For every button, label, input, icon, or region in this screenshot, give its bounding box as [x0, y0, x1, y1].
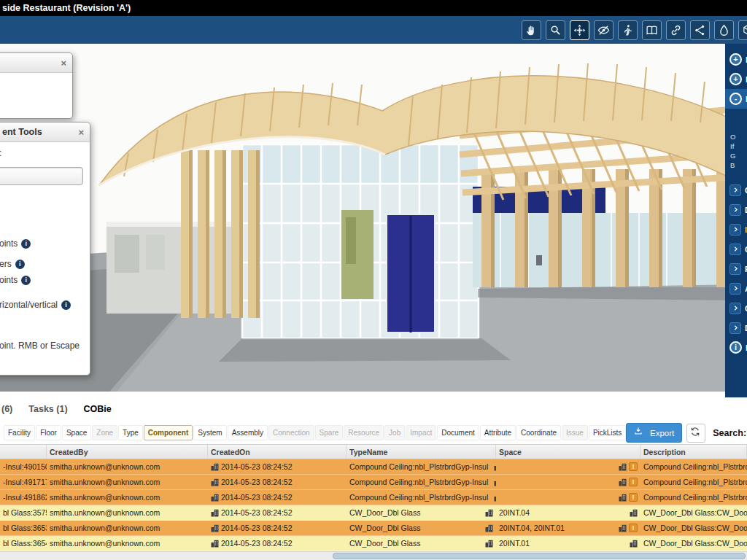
cobie-sheet-tab-assembly[interactable]: Assembly: [228, 425, 268, 440]
table-row[interactable]: -Insul:491862smitha.unknown@unknown.com2…: [0, 490, 747, 505]
sidebar-item-G[interactable]: G: [725, 298, 747, 318]
circle-icon: i: [729, 341, 742, 354]
table-row[interactable]: bl Glass:365417smitha.unknown@unknown.co…: [0, 536, 747, 551]
measure-option[interactable]: ersi: [0, 259, 25, 269]
cobie-sheet-tab-picklists[interactable]: PickLists: [589, 425, 626, 440]
chevron-right-icon: [729, 204, 741, 216]
measure-option[interactable]: ointsi: [0, 275, 31, 285]
toolbar-button-pan[interactable]: [522, 20, 541, 40]
cell-space: !: [496, 490, 640, 505]
cobie-sheet-tab-document[interactable]: Document: [437, 425, 479, 440]
cobie-sheet-tab-facility[interactable]: Facility: [4, 425, 35, 440]
tab-first[interactable]: (6): [1, 404, 12, 414]
column-header[interactable]: CreatedBy: [47, 445, 208, 459]
cobie-sheet-tab-coordinate[interactable]: Coordinate: [516, 425, 561, 440]
model-viewport[interactable]: [0, 44, 747, 392]
column-header[interactable]: Space: [496, 445, 640, 459]
type-name-text: CW_Door_Dbl Glass: [349, 524, 420, 532]
toolbar-button-zoom[interactable]: [546, 20, 565, 40]
cobie-sheet-tab-job[interactable]: Job: [384, 425, 405, 440]
export-button[interactable]: Export: [626, 423, 682, 443]
space-text: 20INT.04: [499, 508, 530, 517]
info-icon[interactable]: i: [21, 239, 31, 249]
sidebar-item-A[interactable]: A: [725, 279, 747, 298]
cobie-sheet-tab-spare[interactable]: Spare: [315, 425, 344, 440]
toolbar-button-look-around[interactable]: [594, 20, 614, 40]
cobie-sheet-tab-issue[interactable]: Issue: [562, 425, 588, 440]
tab-cobie[interactable]: COBie: [84, 404, 112, 414]
toolbar-button-map-view[interactable]: [642, 20, 662, 40]
right-sidebar: +N+P-IOIfGBGDIGPAGDiL: [725, 44, 747, 397]
cobie-sheet-tabs: FacilityFloorSpaceZoneTypeComponentSyste…: [4, 425, 627, 440]
measure-option[interactable]: ointsi: [0, 238, 31, 249]
sidebar-item-I[interactable]: I: [725, 219, 747, 239]
panel-header[interactable]: ×: [0, 53, 72, 73]
toolbar-button-walk[interactable]: [618, 20, 638, 40]
close-icon[interactable]: ×: [78, 122, 84, 142]
cobie-sheet-tab-space[interactable]: Space: [62, 425, 91, 440]
left-building[interactable]: [107, 222, 252, 314]
cell-createdby: smitha.unknown@unknown.com: [47, 536, 208, 551]
cobie-sheet-tab-attribute[interactable]: Attribute: [480, 425, 516, 440]
glass-pavilion[interactable]: [242, 144, 479, 338]
cobie-sheet-tab-zone[interactable]: Zone: [92, 425, 117, 440]
dialog-title: ent Tools: [0, 127, 42, 137]
blue-doors[interactable]: [387, 214, 435, 332]
cobie-sheet-tab-system[interactable]: System: [193, 425, 226, 440]
sidebar-item-N[interactable]: +N: [725, 50, 747, 69]
info-icon[interactable]: i: [61, 300, 71, 310]
cobie-sheet-tab-impact[interactable]: Impact: [406, 425, 436, 440]
sidebar-sub-option[interactable]: B: [725, 160, 747, 170]
bottom-panel: (6) Tasks (1) COBie FacilityFloorSpaceZo…: [0, 397, 747, 551]
sidebar-sub-option[interactable]: If: [725, 141, 747, 151]
cell-createdby: smitha.unknown@unknown.com: [47, 490, 208, 505]
column-header[interactable]: Description: [640, 445, 747, 459]
cobie-sheet-tab-floor[interactable]: Floor: [36, 425, 61, 440]
horizontal-scrollbar[interactable]: [0, 551, 747, 560]
sidebar-item-D[interactable]: D: [725, 318, 747, 338]
measure-option[interactable]: rizontal/verticali: [0, 300, 71, 310]
building-shadow: [219, 338, 511, 362]
sidebar-item-P[interactable]: +P: [725, 69, 747, 89]
download-icon: [634, 427, 646, 439]
3d-model-canvas[interactable]: [0, 44, 747, 392]
column-header[interactable]: TypeName: [347, 445, 496, 459]
table-row[interactable]: -Insul:491717smitha.unknown@unknown.com2…: [0, 475, 747, 490]
sidebar-sub-option[interactable]: G: [725, 151, 747, 160]
sidebar-item-I[interactable]: -I: [725, 89, 747, 109]
toolbar-button-link[interactable]: [666, 20, 686, 40]
table-row[interactable]: bl Glass:357512smitha.unknown@unknown.co…: [0, 505, 747, 521]
info-icon[interactable]: i: [15, 260, 25, 269]
column-header[interactable]: CreatedOn: [208, 445, 347, 459]
floating-panel[interactable]: ×: [0, 52, 73, 119]
cobie-sheet-tab-connection[interactable]: Connection: [268, 425, 314, 440]
sidebar-item-D[interactable]: D: [725, 200, 747, 219]
close-icon[interactable]: ×: [61, 53, 66, 73]
column-header[interactable]: [0, 445, 47, 459]
toolbar-button-share[interactable]: [690, 20, 710, 40]
type-name-text: Compound Ceiling:nbl_PlstrbrdGyp-Insul: [349, 493, 488, 502]
sidebar-sub-option[interactable]: O: [725, 132, 747, 141]
tab-tasks[interactable]: Tasks (1): [28, 404, 67, 414]
cobie-sheet-tab-component[interactable]: Component: [144, 425, 193, 440]
sidebar-item-P[interactable]: P: [725, 259, 747, 279]
refresh-button[interactable]: [686, 424, 705, 443]
toolbar-button-orbit[interactable]: [570, 20, 589, 40]
type-name-text: Compound Ceiling:nbl_PlstrbrdGyp-Insul: [349, 462, 488, 471]
table-row[interactable]: -Insul:490150smitha.unknown@unknown.com2…: [0, 459, 747, 475]
scrollbar-thumb[interactable]: [333, 553, 746, 559]
cobie-sheet-tab-type[interactable]: Type: [118, 425, 143, 440]
dialog-body: : ointsiersiointsirizontal/verticali oin…: [0, 142, 90, 376]
sidebar-item-G[interactable]: G: [725, 180, 747, 200]
info-icon[interactable]: i: [21, 276, 31, 285]
sidebar-item-L[interactable]: iL: [725, 338, 747, 357]
toolbar-button-more[interactable]: [738, 20, 747, 40]
dialog-header[interactable]: ent Tools ×: [0, 122, 90, 142]
cobie-sheet-tab-resource[interactable]: Resource: [344, 425, 384, 440]
building-icon: [485, 540, 493, 548]
table-row[interactable]: bl Glass:365321smitha.unknown@unknown.co…: [0, 521, 747, 536]
sidebar-item-G[interactable]: G: [725, 239, 747, 259]
measurement-tools-dialog[interactable]: ent Tools × : ointsiersiointsirizontal/v…: [0, 122, 90, 376]
warning-icon: !: [629, 524, 638, 532]
toolbar-button-filter[interactable]: [714, 20, 734, 40]
